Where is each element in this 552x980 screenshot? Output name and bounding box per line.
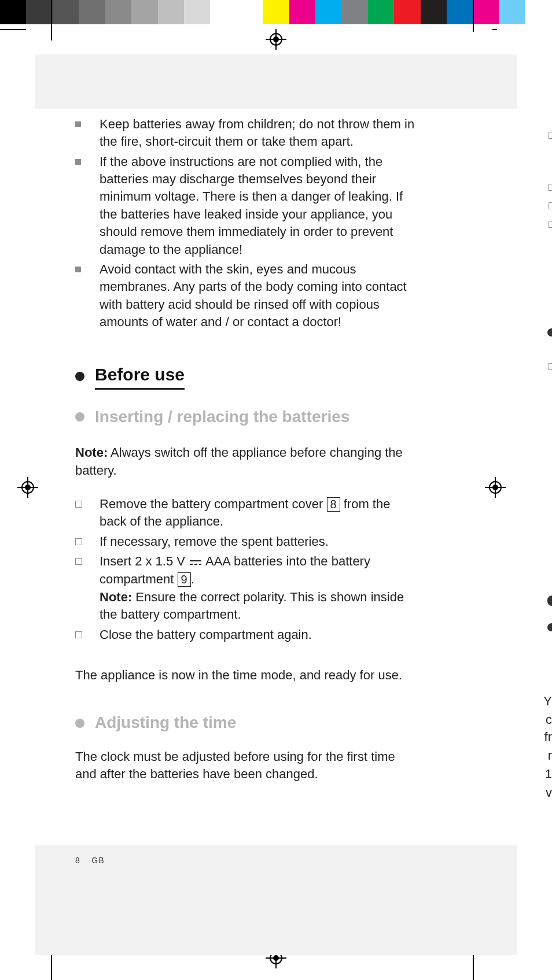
heading-title: Inserting / replacing the batteries <box>95 406 349 428</box>
crop-mark <box>51 0 52 40</box>
swatch <box>131 0 157 24</box>
swatch <box>79 0 105 24</box>
registration-mark-icon <box>266 29 286 50</box>
swatch <box>499 0 525 24</box>
bullet-text: Keep batteries away from children; do no… <box>100 117 414 149</box>
edge-fragment <box>547 328 552 336</box>
swatch <box>210 0 236 24</box>
swatch <box>184 0 210 24</box>
adjust-intro-paragraph: The clock must be adjusted before using … <box>75 748 417 783</box>
swatch <box>394 0 420 24</box>
step-item: Insert 2 x 1.5 V AAA batteries into the … <box>75 553 417 623</box>
step-list: Remove the battery compartment cover 8 f… <box>75 495 417 644</box>
edge-fragment: v <box>546 785 552 800</box>
section-heading-inserting: Inserting / replacing the batteries <box>75 406 417 428</box>
crop-mark <box>0 29 26 30</box>
part-reference: 9 <box>178 572 191 587</box>
swatch <box>341 0 367 24</box>
page-number: 8 <box>75 856 80 865</box>
bullet-text: Avoid contact with the skin, eyes and mu… <box>100 262 407 329</box>
edge-fragment <box>549 184 552 191</box>
swatch <box>26 0 52 24</box>
edge-fragment <box>549 363 552 370</box>
swatch <box>263 0 289 24</box>
page-footer: 8 GB <box>75 856 105 865</box>
edge-fragment <box>549 202 552 209</box>
note-text: Always switch off the appliance before c… <box>75 445 403 477</box>
edge-fragment: 1 <box>545 767 552 782</box>
heading-bullet-icon <box>75 412 84 421</box>
safety-bullet: If the above instructions are not compli… <box>75 153 417 258</box>
heading-title: Before use <box>95 363 185 389</box>
edge-fragment <box>549 132 552 139</box>
section-heading-before-use: Before use <box>75 363 417 389</box>
step-item: If necessary, remove the spent batteries… <box>75 533 417 550</box>
safety-bullet: Avoid contact with the skin, eyes and mu… <box>75 261 417 331</box>
page-language: GB <box>91 856 104 865</box>
section-heading-adjusting: Adjusting the time <box>75 712 417 734</box>
swatch <box>368 0 394 24</box>
swatch <box>421 0 447 24</box>
registration-mark-icon <box>17 477 38 498</box>
swatch <box>315 0 341 24</box>
registration-mark-icon <box>485 477 506 498</box>
edge-fragment <box>549 221 552 228</box>
edge-fragment: c <box>546 712 552 727</box>
bullet-text: If the above instructions are not compli… <box>100 154 403 257</box>
note-label: Note: <box>100 590 132 604</box>
note-label: Note: <box>75 445 108 460</box>
edge-fragment <box>547 596 552 606</box>
edge-fragment: r <box>548 748 552 763</box>
swatch <box>158 0 184 24</box>
edge-fragment: fr <box>544 730 552 745</box>
note-paragraph: Note: Always switch off the appliance be… <box>75 444 417 479</box>
step-note-text: Ensure the correct polarity. This is sho… <box>100 590 404 622</box>
heading-bullet-icon <box>75 372 84 381</box>
heading-bullet-icon <box>75 719 84 728</box>
edge-fragment <box>547 623 552 631</box>
safety-bullet-list: Keep batteries away from children; do no… <box>75 116 417 331</box>
safety-bullet: Keep batteries away from children; do no… <box>75 116 417 151</box>
step-text: If necessary, remove the spent batteries… <box>100 534 329 549</box>
page-content: Keep batteries away from children; do no… <box>75 116 417 783</box>
crop-mark <box>473 0 474 32</box>
step-text: Remove the battery compartment cover <box>100 497 327 511</box>
footer-bar <box>35 845 517 955</box>
printer-color-bar <box>0 0 552 24</box>
step-text: Insert 2 x 1.5 V <box>100 554 185 568</box>
ready-paragraph: The appliance is now in the time mode, a… <box>75 667 417 684</box>
heading-title: Adjusting the time <box>95 712 236 734</box>
swatch <box>105 0 131 24</box>
header-bar <box>35 54 517 109</box>
swatch <box>53 0 79 24</box>
edge-fragment: Y <box>543 694 552 709</box>
step-text: Close the battery compartment again. <box>100 627 312 642</box>
step-item: Close the battery compartment again. <box>75 626 417 644</box>
dc-voltage-icon <box>189 553 203 571</box>
swatch <box>0 0 26 24</box>
swatch <box>447 0 473 24</box>
swatch <box>473 0 499 24</box>
swatch <box>237 0 263 24</box>
part-reference: 8 <box>327 497 340 512</box>
crop-mark <box>492 29 497 30</box>
swatch <box>289 0 315 24</box>
swatch <box>525 0 551 24</box>
step-item: Remove the battery compartment cover 8 f… <box>75 495 417 531</box>
step-text: . <box>191 572 194 586</box>
